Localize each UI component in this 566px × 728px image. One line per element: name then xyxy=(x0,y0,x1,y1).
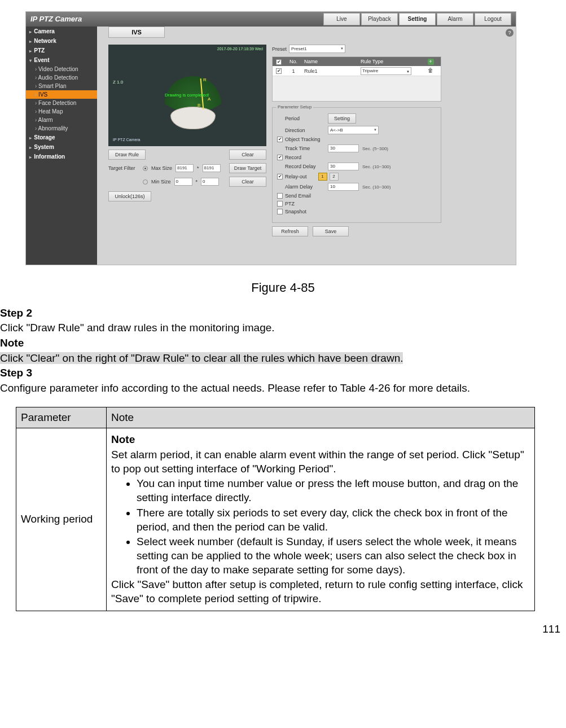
rule-row-no: 1 xyxy=(285,68,302,74)
parameter-setup: Parameter Setup Period Setting Direction… xyxy=(272,107,441,223)
ivs-setting-screenshot: IP PTZ Camera Live Playback Setting Alar… xyxy=(25,11,516,265)
rule-header-checkbox[interactable] xyxy=(276,59,282,65)
main-panel: IVS ? R B A 2017-09-20 17:18:39 Wed xyxy=(97,27,516,265)
relay-1-button[interactable]: 1 xyxy=(318,173,327,181)
right-column: Preset Preset1 No. Name Rule Type + xyxy=(272,40,516,265)
sub-tab-ivs[interactable]: IVS xyxy=(108,27,165,38)
period-setting-button[interactable]: Setting xyxy=(328,113,356,124)
table-header-note: Note xyxy=(107,407,535,428)
max-size-label: Max Size xyxy=(151,165,172,171)
track-time-hint: Sec. (5~300) xyxy=(362,146,388,151)
table-note-li3: Select week number (default is Sunday, i… xyxy=(137,535,530,577)
max-size-radio[interactable] xyxy=(143,166,148,171)
page-number: 111 xyxy=(0,622,566,637)
tripwire-b-label: B xyxy=(198,103,200,108)
table-note-title: Note xyxy=(111,433,530,447)
alarm-delay-label: Alarm Delay xyxy=(285,184,324,190)
record-label: Record xyxy=(285,155,301,160)
snapshot-label: Snapshot xyxy=(285,209,306,214)
step2-heading: Step 2 xyxy=(0,306,566,321)
tab-setting[interactable]: Setting xyxy=(399,13,436,25)
video-zoom: Z 1.0 xyxy=(113,80,123,85)
tab-playback[interactable]: Playback xyxy=(361,13,398,25)
sidebar-item-system[interactable]: System xyxy=(26,142,97,152)
sidebar-item-face-detection[interactable]: Face Detection xyxy=(26,99,97,107)
clear-rule-button[interactable]: Clear xyxy=(229,150,266,160)
target-filter-label: Target Filter xyxy=(108,165,139,171)
alarm-delay-input[interactable]: 10 xyxy=(328,183,359,191)
min-size-width-input[interactable]: 0 xyxy=(174,178,192,186)
record-checkbox[interactable] xyxy=(277,155,283,160)
rule-header-name: Name xyxy=(302,59,358,64)
min-size-radio[interactable] xyxy=(143,179,148,185)
tab-live[interactable]: Live xyxy=(323,13,360,25)
app-header: IP PTZ Camera Live Playback Setting Alar… xyxy=(26,12,516,27)
table-note-li1: You can input time number value or press… xyxy=(137,477,530,505)
object-tracking-checkbox[interactable] xyxy=(277,137,283,142)
sidebar-item-heat-map[interactable]: Heat Map xyxy=(26,107,97,116)
ptz-label: PTZ xyxy=(285,201,295,207)
rule-row-name[interactable]: Rule1 xyxy=(302,68,358,74)
video-preview[interactable]: R B A 2017-09-20 17:18:39 Wed Z 1.0 IP P… xyxy=(108,45,266,146)
sidebar-item-camera[interactable]: Camera xyxy=(26,27,97,36)
table-header-parameter: Parameter xyxy=(16,407,107,428)
save-button[interactable]: Save xyxy=(313,226,349,236)
sidebar-item-smart-plan[interactable]: Smart Plan xyxy=(26,82,97,90)
max-size-height-input[interactable]: 8191 xyxy=(203,164,221,172)
rule-row-checkbox[interactable] xyxy=(276,68,282,74)
sidebar: Camera Network PTZ Event Video Detection… xyxy=(26,27,97,265)
relay-2-button[interactable]: 2 xyxy=(330,173,339,181)
top-nav: Live Playback Setting Alarm Logout xyxy=(323,13,511,25)
sidebar-item-storage[interactable]: Storage xyxy=(26,133,97,142)
sidebar-item-event[interactable]: Event xyxy=(26,55,97,65)
draw-target-button[interactable]: Draw Target xyxy=(229,163,266,173)
sidebar-item-audio-detection[interactable]: Audio Detection xyxy=(26,73,97,82)
sidebar-item-ptz[interactable]: PTZ xyxy=(26,46,97,55)
table-note-li2: There are totally six periods to set eve… xyxy=(137,506,530,534)
relay-out-label: Relay-out xyxy=(285,174,307,179)
video-timestamp: 2017-09-20 17:18:39 Wed xyxy=(217,47,263,51)
tab-logout[interactable]: Logout xyxy=(475,13,511,25)
add-rule-icon[interactable]: + xyxy=(428,59,434,65)
refresh-button[interactable]: Refresh xyxy=(272,226,308,236)
brand-label: IP PTZ Camera xyxy=(30,15,82,23)
sidebar-item-abnormality[interactable]: Abnormality xyxy=(26,124,97,133)
max-size-width-input[interactable]: 8191 xyxy=(175,164,194,172)
snapshot-checkbox[interactable] xyxy=(277,209,283,214)
min-size-height-input[interactable]: 0 xyxy=(201,178,219,186)
sidebar-item-alarm[interactable]: Alarm xyxy=(26,116,97,124)
unlock-button[interactable]: Unlock(126s) xyxy=(108,191,151,201)
record-delay-label: Record Delay xyxy=(285,164,324,169)
direction-label: Direction xyxy=(285,128,324,133)
tripwire-r-label: R xyxy=(203,77,207,82)
sidebar-item-ivs[interactable]: IVS xyxy=(26,90,97,99)
rule-row-type-select[interactable]: Tripwire xyxy=(361,67,411,75)
sidebar-item-network[interactable]: Network xyxy=(26,36,97,46)
rule-table: No. Name Rule Type + 1 Rule1 Tripwire 🗑 xyxy=(272,56,441,102)
step3-heading: Step 3 xyxy=(0,366,566,380)
preset-label: Preset xyxy=(272,46,287,52)
help-icon[interactable]: ? xyxy=(506,29,514,37)
delete-rule-icon[interactable]: 🗑 xyxy=(428,68,433,74)
record-delay-input[interactable]: 30 xyxy=(328,163,359,170)
track-time-input[interactable]: 30 xyxy=(328,144,359,152)
sidebar-item-information[interactable]: Information xyxy=(26,152,97,161)
object-tracking-label: Object Tracking xyxy=(285,137,321,142)
direction-select[interactable]: A<->B xyxy=(328,126,379,134)
send-email-checkbox[interactable] xyxy=(277,193,283,199)
preset-select[interactable]: Preset1 xyxy=(289,45,345,53)
rule-row: 1 Rule1 Tripwire 🗑 xyxy=(273,66,441,76)
send-email-label: Send Email xyxy=(285,193,311,199)
times-symbol-2: * xyxy=(196,179,198,185)
sidebar-item-video-detection[interactable]: Video Detection xyxy=(26,65,97,73)
tab-alarm[interactable]: Alarm xyxy=(437,13,473,25)
draw-rule-button[interactable]: Draw Rule xyxy=(108,150,146,160)
clear-target-button[interactable]: Clear xyxy=(229,177,266,187)
document-body: Figure 4-85 Step 2 Click "Draw Rule" and… xyxy=(0,265,566,636)
relay-out-checkbox[interactable] xyxy=(277,174,283,179)
note-text: Click "Clear" on the right of "Draw Rule… xyxy=(0,352,403,364)
rule-header-type: Rule Type xyxy=(358,59,420,64)
ptz-checkbox[interactable] xyxy=(277,201,283,207)
step3-text: Configure parameter info according to th… xyxy=(0,381,566,396)
table-cell-note: Note Set alarm period, it can enable ala… xyxy=(107,428,535,611)
